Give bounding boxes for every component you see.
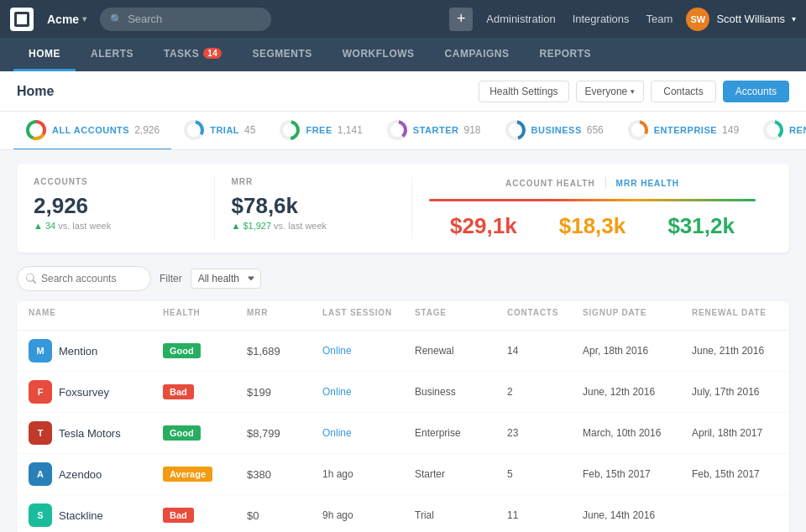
cell-name: T Tesla Motors [29,421,163,445]
contacts-tab-button[interactable]: Contacts [651,81,715,102]
cell-mrr: $8,799 [247,427,322,440]
company-name: Foxsurvey [59,386,109,399]
th-name: NAME [29,308,163,323]
header-actions: Health Settings Everyone ▾ Contacts Acco… [479,81,789,102]
administration-link[interactable]: Administration [486,13,555,25]
filter-label: Filter [160,273,182,284]
nav-workflows[interactable]: WORKFLOWS [327,38,430,71]
trial-donut-icon [183,119,205,141]
nav-tasks[interactable]: TASKS 14 [149,38,237,71]
health-header: ACCOUNT HEALTH MRR HEALTH [429,177,756,189]
filter-row: Filter All health [17,266,789,291]
stage-tab-business[interactable]: BUSINESS 656 [493,112,615,150]
search-accounts-input[interactable] [17,266,151,291]
top-nav: Acme ▾ 🔍 Search + Administration Integra… [0,0,806,38]
integrations-link[interactable]: Integrations [573,13,630,25]
business-donut-icon [505,119,526,141]
table-row[interactable]: M Mention Good $1,689 Online Renewal 14 … [17,331,789,372]
cell-contacts: 23 [507,427,583,439]
cell-stage: Starter [415,468,507,480]
cell-contacts: 2 [507,386,583,398]
nav-campaigns[interactable]: CAMPAIGNS [430,38,525,71]
main-content: ACCOUNTS 2,926 ▲ 34 vs. last week MRR $7… [0,150,806,532]
cell-mrr: $0 [247,509,322,522]
stage-tab-free[interactable]: FREE 1,141 [267,112,374,150]
accounts-tab-button[interactable]: Accounts [723,81,789,102]
cell-name: A Azendoo [29,462,163,486]
stage-tab-renewals[interactable]: RENEWALS 17 [751,112,806,150]
nav-reports[interactable]: REPORTS [525,38,607,71]
cell-contacts: 5 [507,468,583,480]
stage-tab-enterprise[interactable]: ENTERPRISE 149 [615,112,751,150]
stage-tabs: ALL ACCOUNTS 2,926 TRIAL 45 FREE 1,141 S… [0,112,806,150]
company-logo: A [29,462,52,486]
cell-signup-date: Apr, 18th 2016 [583,345,692,357]
table-row[interactable]: A Azendoo Average $380 1h ago Starter 5 … [17,454,789,495]
cell-name: F Foxsurvey [29,380,163,404]
cell-renewal-date: Feb, 15th 2017 [692,468,789,480]
team-link[interactable]: Team [646,13,673,25]
nav-alerts[interactable]: ALERTS [76,38,149,71]
stage-tab-all-accounts[interactable]: ALL ACCOUNTS 2,926 [13,112,171,150]
renewals-donut-icon [762,119,784,141]
health-val-yellow: $18,3k [559,213,626,239]
health-filter-select[interactable]: All health [191,269,261,289]
cell-contacts: 14 [507,345,583,357]
cell-stage: Renewal [415,345,507,357]
global-search-bar[interactable]: 🔍 Search [100,8,271,31]
th-contacts: CONTACTS [507,308,583,323]
cell-renewal-date: July, 17th 2016 [692,386,789,398]
accounts-value: 2,926 [34,193,197,219]
health-stat: ACCOUNT HEALTH MRR HEALTH $29,1k $18,3k … [412,177,772,239]
mrr-label: MRR [232,177,395,186]
cell-health: Bad [163,508,247,523]
th-renewal-date: RENEWAL DATE [692,308,789,323]
cell-renewal-date: June, 21th 2016 [692,345,789,357]
accounts-label: ACCOUNTS [34,177,197,186]
cell-session: 9h ago [322,509,415,521]
health-badge: Good [163,343,201,358]
home-header: Home Health Settings Everyone ▾ Contacts… [0,71,806,112]
table-row[interactable]: F Foxsurvey Bad $199 Online Business 2 J… [17,372,789,413]
company-logo: T [29,421,52,445]
free-donut-icon [279,119,301,141]
company-name: Tesla Motors [59,427,121,440]
starter-donut-icon [386,119,408,141]
cell-session: Online [322,386,415,398]
cell-stage: Business [415,386,507,398]
cell-health: Bad [163,384,247,399]
health-badge: Bad [163,384,194,399]
app-logo[interactable] [10,8,34,31]
health-settings-button[interactable]: Health Settings [479,81,568,102]
table-row[interactable]: T Tesla Motors Good $8,799 Online Enterp… [17,413,789,454]
cell-name: M Mention [29,339,163,362]
everyone-chevron-icon: ▾ [631,87,635,96]
user-menu-chevron-icon: ▾ [792,14,796,23]
health-badge: Average [163,467,212,482]
cell-stage: Trial [415,509,507,521]
new-item-button[interactable]: + [449,8,473,31]
nav-segments[interactable]: SEGMENTS [237,38,327,71]
stage-tab-starter[interactable]: STARTER 918 [374,112,493,150]
health-bar [429,199,756,201]
cell-signup-date: June, 12th 2016 [583,386,692,398]
nav-home[interactable]: HOME [13,38,76,71]
stats-row: ACCOUNTS 2,926 ▲ 34 vs. last week MRR $7… [17,164,789,253]
cell-signup-date: June, 14th 2016 [583,509,692,521]
table-body: M Mention Good $1,689 Online Renewal 14 … [17,331,789,532]
health-values: $29,1k $18,3k $31,2k [429,213,756,239]
cell-mrr: $380 [247,468,322,481]
health-badge: Good [163,425,201,441]
th-stage: STAGE [415,308,507,323]
cell-renewal-date: April, 18th 2017 [692,427,789,439]
stage-tab-trial[interactable]: TRIAL 45 [171,112,267,150]
user-menu[interactable]: SW Scott Williams ▾ [686,8,796,31]
cell-contacts: 11 [507,509,583,521]
app-name[interactable]: Acme ▾ [47,13,86,26]
cell-session: Online [322,345,415,357]
health-val-red: $29,1k [450,213,517,239]
everyone-filter-button[interactable]: Everyone ▾ [576,81,645,102]
cell-health: Good [163,425,247,441]
table-row[interactable]: S Stackline Bad $0 9h ago Trial 11 June,… [17,495,789,532]
avatar: SW [686,8,709,31]
